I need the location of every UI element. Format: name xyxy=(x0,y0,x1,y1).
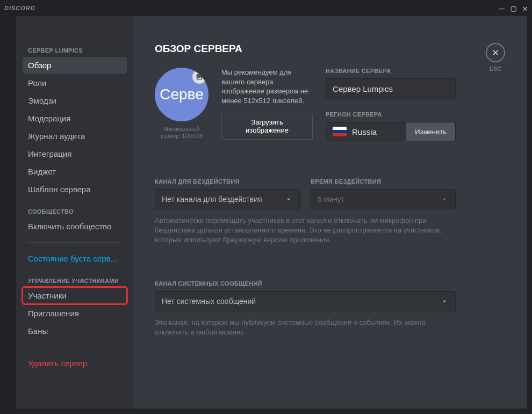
close-button[interactable] xyxy=(486,43,505,62)
image-upload-icon xyxy=(196,73,203,81)
afk-channel-value: Нет канала для бездействия xyxy=(162,195,262,204)
nav-widget[interactable]: Виджет xyxy=(23,163,127,180)
section-header-community: СООБЩЕСТВО xyxy=(28,208,127,215)
nav-boost-status[interactable]: Состояние буста серв... xyxy=(23,250,127,267)
afk-channel-label: КАНАЛ ДЛЯ БЕЗДЕЙСТВИЯ xyxy=(155,178,300,185)
maximize-icon[interactable]: ▢ xyxy=(511,3,516,13)
upload-image-button[interactable]: Загрузить изображение xyxy=(221,113,313,140)
section-header-server: СЕРВЕР LUMPICS xyxy=(28,47,127,54)
close-label: ESC xyxy=(486,66,505,72)
afk-help-text: Автоматически перемещать участников в эт… xyxy=(155,216,456,245)
region-value: Russia xyxy=(352,127,377,136)
afk-timeout-value: 5 минут xyxy=(318,195,344,204)
region-select[interactable]: Russia xyxy=(326,122,406,141)
nav-roles[interactable]: Роли xyxy=(23,75,127,91)
close-window-icon[interactable]: ✕ xyxy=(522,3,528,13)
app-brand: DISCORD xyxy=(4,5,35,11)
avatar-recommendation: Мы рекомендуем для вашего сервера изобра… xyxy=(221,68,313,105)
titlebar: DISCORD — ▢ ✕ xyxy=(0,0,532,16)
nav-overview[interactable]: Обзор xyxy=(23,57,127,74)
server-name-label: НАЗВАНИЕ СЕРВЕРА xyxy=(326,68,456,74)
server-region-label: РЕГИОН СЕРВЕРА xyxy=(326,111,456,118)
server-avatar[interactable]: Серве xyxy=(155,68,209,121)
window-controls: — ▢ ✕ xyxy=(499,3,528,13)
server-name-input[interactable] xyxy=(326,78,456,99)
avatar-placeholder-text: Серве xyxy=(160,86,204,103)
nav-integration[interactable]: Интеграция xyxy=(23,146,127,162)
afk-timeout-label: ВРЕМЯ БЕЗДЕЙСТВИЯ xyxy=(311,178,456,185)
section-header-user-mgmt: УПРАВЛЕНИЕ УЧАСТНИКАМИ xyxy=(28,278,127,284)
minimize-icon[interactable]: — xyxy=(499,3,505,13)
nav-invites[interactable]: Приглашения xyxy=(23,305,127,322)
chevron-down-icon xyxy=(440,297,449,306)
upload-avatar-badge[interactable] xyxy=(192,70,206,84)
region-change-button[interactable]: Изменить xyxy=(406,122,456,141)
divider xyxy=(27,242,123,243)
system-help-text: Это канал, на котором мы публикуем систе… xyxy=(155,318,456,337)
flag-russia-icon xyxy=(333,127,347,136)
nav-emoji[interactable]: Эмодзи xyxy=(23,92,127,109)
system-channel-value: Нет системных сообщений xyxy=(162,297,256,306)
settings-sidebar: СЕРВЕР LUMPICS Обзор Роли Эмодзи Модерац… xyxy=(16,16,133,409)
nav-enable-community[interactable]: Включить сообщество xyxy=(23,218,127,235)
nav-members[interactable]: Участники xyxy=(23,287,127,304)
nav-moderation[interactable]: Модерация xyxy=(23,110,127,127)
nav-template[interactable]: Шаблон сервера xyxy=(23,181,127,198)
afk-channel-select[interactable]: Нет канала для бездействия xyxy=(155,189,300,209)
afk-timeout-select: 5 минут xyxy=(311,189,456,209)
section-separator xyxy=(155,163,456,163)
settings-content: ESC ОБЗОР СЕРВЕРА Серве Минимальный разм… xyxy=(133,16,527,409)
nav-delete-server[interactable]: Удалить сервер xyxy=(23,355,127,372)
system-channel-select[interactable]: Нет системных сообщений xyxy=(155,291,456,311)
divider xyxy=(27,347,123,347)
close-icon xyxy=(491,48,500,57)
chevron-down-icon xyxy=(440,195,449,204)
section-separator xyxy=(155,265,456,265)
chevron-down-icon xyxy=(284,195,293,204)
nav-bans[interactable]: Баны xyxy=(23,323,127,339)
avatar-caption: Минимальный размер: 128x128 xyxy=(155,126,209,140)
nav-audit-log[interactable]: Журнал аудита xyxy=(23,128,127,144)
system-channel-label: КАНАЛ СИСТЕМНЫХ СООБЩЕНИЙ xyxy=(155,280,456,287)
page-title: ОБЗОР СЕРВЕРА xyxy=(155,43,505,55)
